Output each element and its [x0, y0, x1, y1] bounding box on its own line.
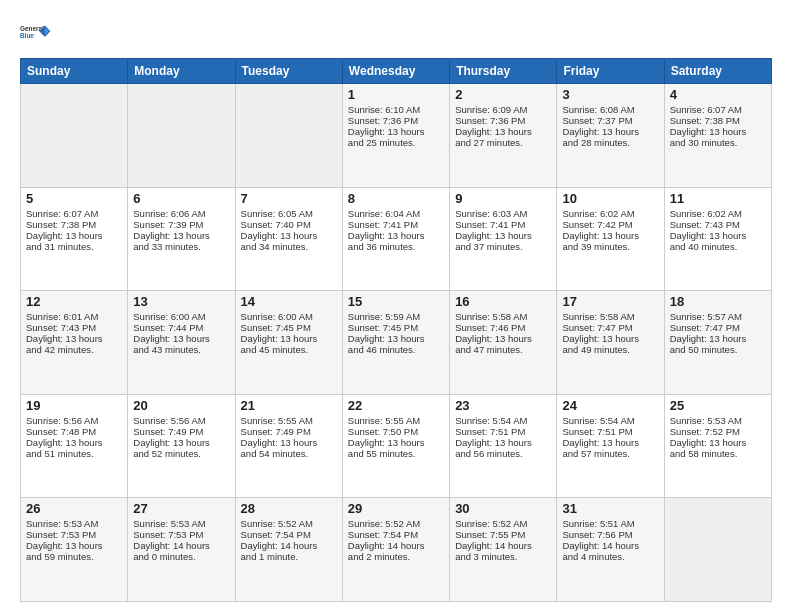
- day-info: Sunset: 7:53 PM: [133, 529, 229, 540]
- day-info: Sunrise: 6:05 AM: [241, 208, 337, 219]
- calendar-cell: [664, 498, 771, 602]
- day-info: Daylight: 13 hours: [133, 437, 229, 448]
- day-number: 5: [26, 191, 122, 206]
- day-info: Sunrise: 5:56 AM: [26, 415, 122, 426]
- day-info: Sunset: 7:53 PM: [26, 529, 122, 540]
- day-number: 8: [348, 191, 444, 206]
- day-info: and 40 minutes.: [670, 241, 766, 252]
- week-row-4: 19Sunrise: 5:56 AMSunset: 7:48 PMDayligh…: [21, 394, 772, 498]
- day-info: Sunrise: 5:51 AM: [562, 518, 658, 529]
- day-info: Sunrise: 5:52 AM: [455, 518, 551, 529]
- day-info: and 49 minutes.: [562, 344, 658, 355]
- day-info: Sunrise: 6:04 AM: [348, 208, 444, 219]
- calendar-cell: 10Sunrise: 6:02 AMSunset: 7:42 PMDayligh…: [557, 187, 664, 291]
- day-info: and 4 minutes.: [562, 551, 658, 562]
- day-info: Sunrise: 6:02 AM: [670, 208, 766, 219]
- day-info: Sunrise: 6:08 AM: [562, 104, 658, 115]
- day-info: Daylight: 13 hours: [670, 437, 766, 448]
- calendar-cell: 20Sunrise: 5:56 AMSunset: 7:49 PMDayligh…: [128, 394, 235, 498]
- day-info: Sunrise: 6:07 AM: [26, 208, 122, 219]
- day-number: 1: [348, 87, 444, 102]
- day-info: Sunset: 7:54 PM: [348, 529, 444, 540]
- day-info: Daylight: 13 hours: [133, 333, 229, 344]
- calendar-cell: 2Sunrise: 6:09 AMSunset: 7:36 PMDaylight…: [450, 84, 557, 188]
- calendar-cell: 22Sunrise: 5:55 AMSunset: 7:50 PMDayligh…: [342, 394, 449, 498]
- day-info: and 51 minutes.: [26, 448, 122, 459]
- day-info: Sunrise: 6:06 AM: [133, 208, 229, 219]
- day-number: 30: [455, 501, 551, 516]
- day-info: Sunset: 7:43 PM: [26, 322, 122, 333]
- day-info: Sunrise: 6:10 AM: [348, 104, 444, 115]
- calendar-cell: 8Sunrise: 6:04 AMSunset: 7:41 PMDaylight…: [342, 187, 449, 291]
- day-info: and 39 minutes.: [562, 241, 658, 252]
- day-info: Sunset: 7:49 PM: [241, 426, 337, 437]
- day-info: Sunset: 7:40 PM: [241, 219, 337, 230]
- day-info: Daylight: 14 hours: [348, 540, 444, 551]
- day-info: and 42 minutes.: [26, 344, 122, 355]
- day-info: and 2 minutes.: [348, 551, 444, 562]
- weekday-header-sunday: Sunday: [21, 59, 128, 84]
- day-info: and 28 minutes.: [562, 137, 658, 148]
- day-info: Sunset: 7:38 PM: [670, 115, 766, 126]
- day-number: 13: [133, 294, 229, 309]
- day-number: 10: [562, 191, 658, 206]
- day-info: Sunset: 7:55 PM: [455, 529, 551, 540]
- day-info: and 1 minute.: [241, 551, 337, 562]
- day-info: Sunrise: 6:07 AM: [670, 104, 766, 115]
- calendar-cell: 17Sunrise: 5:58 AMSunset: 7:47 PMDayligh…: [557, 291, 664, 395]
- calendar-cell: 1Sunrise: 6:10 AMSunset: 7:36 PMDaylight…: [342, 84, 449, 188]
- day-info: and 50 minutes.: [670, 344, 766, 355]
- day-info: and 30 minutes.: [670, 137, 766, 148]
- calendar-cell: 6Sunrise: 6:06 AMSunset: 7:39 PMDaylight…: [128, 187, 235, 291]
- day-info: Sunrise: 5:53 AM: [26, 518, 122, 529]
- calendar-cell: 16Sunrise: 5:58 AMSunset: 7:46 PMDayligh…: [450, 291, 557, 395]
- day-info: and 0 minutes.: [133, 551, 229, 562]
- day-info: Daylight: 13 hours: [670, 126, 766, 137]
- day-info: Daylight: 14 hours: [455, 540, 551, 551]
- weekday-header-row: SundayMondayTuesdayWednesdayThursdayFrid…: [21, 59, 772, 84]
- day-info: Sunrise: 5:54 AM: [455, 415, 551, 426]
- day-number: 16: [455, 294, 551, 309]
- day-info: and 55 minutes.: [348, 448, 444, 459]
- day-number: 4: [670, 87, 766, 102]
- day-info: Sunrise: 6:01 AM: [26, 311, 122, 322]
- day-info: and 54 minutes.: [241, 448, 337, 459]
- day-info: Sunrise: 5:53 AM: [133, 518, 229, 529]
- calendar-cell: [21, 84, 128, 188]
- calendar-cell: [235, 84, 342, 188]
- day-info: Daylight: 13 hours: [241, 333, 337, 344]
- day-info: Sunset: 7:44 PM: [133, 322, 229, 333]
- day-info: Sunset: 7:45 PM: [348, 322, 444, 333]
- day-number: 22: [348, 398, 444, 413]
- day-info: Daylight: 13 hours: [562, 333, 658, 344]
- day-info: and 47 minutes.: [455, 344, 551, 355]
- day-number: 19: [26, 398, 122, 413]
- day-info: Sunrise: 5:55 AM: [348, 415, 444, 426]
- week-row-3: 12Sunrise: 6:01 AMSunset: 7:43 PMDayligh…: [21, 291, 772, 395]
- day-info: and 59 minutes.: [26, 551, 122, 562]
- day-number: 23: [455, 398, 551, 413]
- day-info: and 34 minutes.: [241, 241, 337, 252]
- calendar-cell: 13Sunrise: 6:00 AMSunset: 7:44 PMDayligh…: [128, 291, 235, 395]
- calendar-cell: 11Sunrise: 6:02 AMSunset: 7:43 PMDayligh…: [664, 187, 771, 291]
- logo-icon: GeneralBlue: [20, 16, 52, 48]
- day-info: Sunset: 7:51 PM: [455, 426, 551, 437]
- day-info: Sunset: 7:47 PM: [670, 322, 766, 333]
- day-info: Daylight: 13 hours: [455, 333, 551, 344]
- calendar-cell: 15Sunrise: 5:59 AMSunset: 7:45 PMDayligh…: [342, 291, 449, 395]
- day-number: 12: [26, 294, 122, 309]
- day-info: Sunrise: 6:00 AM: [241, 311, 337, 322]
- day-info: Daylight: 13 hours: [455, 126, 551, 137]
- day-info: and 3 minutes.: [455, 551, 551, 562]
- header: GeneralBlue: [20, 16, 772, 48]
- day-info: Sunset: 7:45 PM: [241, 322, 337, 333]
- day-info: and 46 minutes.: [348, 344, 444, 355]
- day-info: Daylight: 14 hours: [562, 540, 658, 551]
- logo: GeneralBlue: [20, 16, 52, 48]
- day-info: Sunset: 7:36 PM: [455, 115, 551, 126]
- calendar-cell: 24Sunrise: 5:54 AMSunset: 7:51 PMDayligh…: [557, 394, 664, 498]
- day-info: Sunset: 7:50 PM: [348, 426, 444, 437]
- day-info: Sunrise: 5:53 AM: [670, 415, 766, 426]
- day-info: Sunset: 7:46 PM: [455, 322, 551, 333]
- day-number: 24: [562, 398, 658, 413]
